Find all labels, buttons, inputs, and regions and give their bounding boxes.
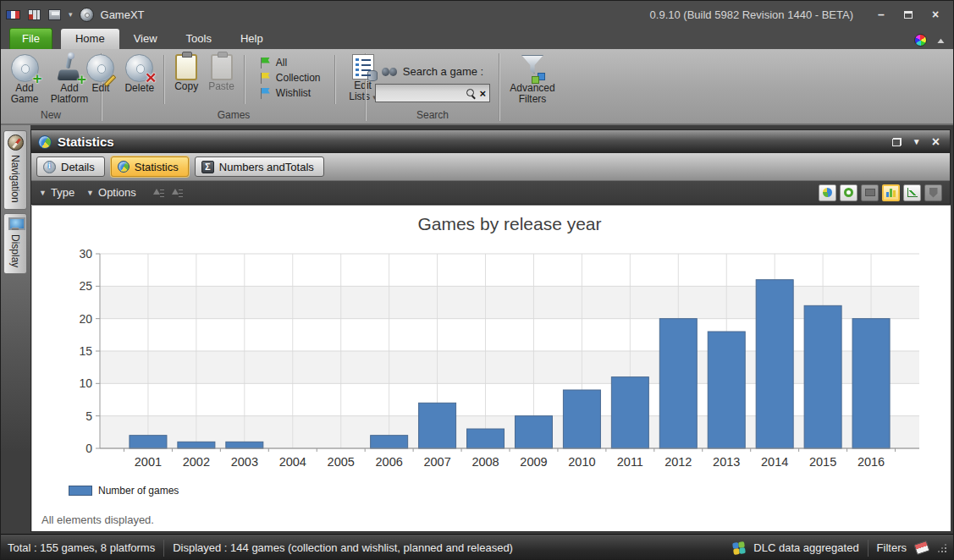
qat-dropdown-icon[interactable]: ▾ (69, 11, 73, 19)
advanced-filters-button[interactable]: Advanced Filters (504, 52, 561, 107)
svg-text:2002: 2002 (183, 455, 210, 469)
status-dlc: DLC data aggregated (753, 541, 858, 554)
ribbon-group-filters: Advanced Filters (502, 51, 563, 124)
delete-button[interactable]: ✕ Delete (122, 52, 157, 96)
blue-flag-icon (259, 88, 271, 99)
panel-close-icon[interactable]: × (932, 135, 940, 149)
status-filters-label: Filters (877, 541, 907, 554)
window-controls: – × (872, 8, 945, 21)
ribbon-group-search: Search a game : × Search (368, 51, 497, 124)
svg-text:30: 30 (79, 247, 92, 261)
svg-text:2016: 2016 (857, 455, 885, 469)
tab-file[interactable]: File (9, 28, 52, 49)
type-dropdown[interactable]: ▼ Type (39, 186, 74, 199)
minimize-button[interactable]: – (872, 8, 891, 21)
tab-tools[interactable]: Tools (172, 29, 226, 49)
compass-icon (8, 135, 24, 151)
donut-chart-view-icon[interactable] (840, 184, 857, 201)
image-view-icon[interactable] (861, 184, 879, 201)
svg-text:2003: 2003 (231, 455, 258, 469)
group-label-new: New (3, 109, 99, 124)
search-icon[interactable] (466, 88, 476, 98)
group-separator (499, 53, 500, 121)
copy-icon (175, 54, 197, 80)
panel-title: Statistics (58, 135, 114, 149)
panel-tabbar: Details Statistics Σ Numbers andTotals (31, 153, 950, 181)
maximize-button[interactable] (899, 8, 918, 21)
sidebar-tab-navigation[interactable]: Navigation (3, 130, 27, 210)
clear-search-icon[interactable]: × (479, 88, 486, 99)
advanced-filters-icon (520, 54, 545, 82)
chart-options-bar: ▼ Type ▼ Options (31, 181, 950, 205)
line-chart-view-icon[interactable] (903, 184, 921, 201)
version-label: 0.9.10 (Build 5982 Revision 1440 - BETA) (650, 8, 853, 21)
group-label-games: Games (104, 109, 363, 124)
tab-view[interactable]: View (119, 29, 172, 49)
edit-button[interactable]: Edit (84, 52, 117, 96)
dlc-puzzle-icon (732, 541, 746, 555)
tab-home[interactable]: Home (61, 29, 119, 49)
add-game-button[interactable]: + Add Game (6, 52, 43, 107)
statistics-panel: Statistics ▼ × Details Statistics Σ (30, 129, 951, 532)
sort-descending-icon[interactable] (170, 186, 184, 200)
svg-text:2005: 2005 (328, 455, 355, 469)
theme-color-icon[interactable] (914, 34, 927, 47)
app-icon (80, 8, 94, 22)
svg-text:2010: 2010 (568, 455, 595, 469)
type-caret-icon: ▼ (39, 189, 47, 197)
tab-numbers-and-totals[interactable]: Σ Numbers andTotals (195, 156, 324, 177)
shield-view-icon[interactable] (924, 184, 942, 201)
svg-text:2011: 2011 (617, 455, 643, 469)
sidebar-tab-display[interactable]: Display (3, 213, 27, 274)
edit-lists-icon (352, 54, 374, 80)
language-flag-icon[interactable] (6, 10, 20, 19)
add-platform-icon: + (57, 54, 82, 82)
tab-statistics[interactable]: Statistics (111, 156, 189, 177)
status-separator (163, 540, 164, 557)
clear-filters-icon[interactable] (913, 541, 929, 555)
ribbon: + Add Game + Add Platform New Edit ✕ De (1, 49, 953, 125)
app-window: ▾ GameXT 0.9.10 (Build 5982 Revision 144… (0, 0, 954, 560)
statistics-tab-icon (118, 161, 130, 173)
svg-text:2004: 2004 (279, 455, 306, 469)
chart-area: Games by release year 051015202530200120… (32, 205, 951, 531)
svg-text:0: 0 (85, 442, 92, 455)
collapse-ribbon-icon[interactable]: ▲ (935, 36, 946, 45)
game-search-box: × (375, 84, 490, 102)
options-dropdown[interactable]: ▼ Options (86, 186, 136, 199)
bar-chart-view-icon[interactable] (882, 184, 900, 201)
close-button[interactable]: × (926, 8, 945, 21)
add-game-icon: + (11, 54, 39, 82)
bar-chart: 0510152025302001200220032004200520062007… (36, 212, 942, 476)
resize-grip[interactable] (937, 543, 946, 552)
legend-label: Number of games (98, 485, 179, 497)
grid-shortcut-icon[interactable] (28, 9, 41, 20)
svg-text:2006: 2006 (376, 455, 403, 469)
tab-help[interactable]: Help (226, 29, 278, 49)
panel-header: Statistics ▼ × (31, 130, 950, 153)
tab-details[interactable]: Details (36, 156, 105, 177)
sigma-icon: Σ (201, 161, 214, 173)
game-search-input[interactable] (379, 87, 462, 99)
paste-button[interactable]: Paste (206, 52, 237, 94)
pie-chart-view-icon[interactable] (819, 184, 836, 201)
filter-collection[interactable]: Collection (259, 72, 321, 84)
ribbon-group-games: Edit ✕ Delete Copy Paste All (104, 51, 363, 124)
svg-text:2001: 2001 (135, 455, 162, 469)
edit-icon (86, 54, 114, 82)
svg-text:15: 15 (79, 344, 92, 358)
panel-menu-icon[interactable]: ▼ (913, 137, 921, 146)
svg-text:2014: 2014 (761, 455, 788, 469)
paste-icon (211, 54, 233, 80)
float-panel-icon[interactable] (892, 138, 902, 146)
filter-wishlist[interactable]: Wishlist (259, 87, 321, 99)
filter-all[interactable]: All (259, 57, 321, 69)
copy-button[interactable]: Copy (172, 52, 201, 94)
separator (163, 55, 165, 104)
status-displayed: Displayed : 144 games (collection and wi… (173, 541, 513, 554)
list-filter-options: All Collection Wishlist (252, 52, 328, 99)
save-icon[interactable] (48, 9, 61, 20)
svg-text:2012: 2012 (664, 455, 692, 469)
sort-ascending-icon[interactable] (152, 186, 165, 200)
binoculars-icon (382, 67, 397, 77)
